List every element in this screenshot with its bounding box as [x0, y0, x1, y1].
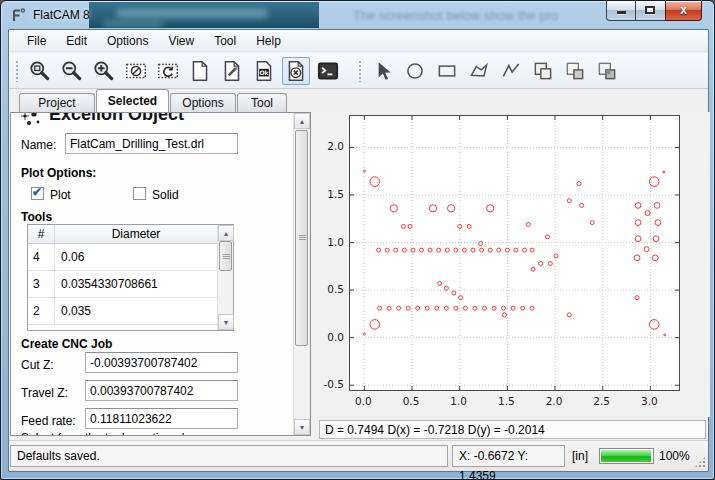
- table-row[interactable]: 2 0.035: [28, 298, 217, 325]
- plot-panel: 2.01.51.00.50.0-0.5 0.00.51.01.52.02.53.…: [314, 112, 710, 417]
- distance-readout: D = 0.7494 D(x) = -0.7218 D(y) = -0.2014: [319, 420, 706, 439]
- scroll-up-arrow[interactable]: ▲: [218, 225, 234, 241]
- drill-marker: [567, 313, 571, 317]
- x-tick-label: 1.5: [491, 395, 521, 407]
- drill-marker: [363, 333, 365, 335]
- shell-button[interactable]: [314, 57, 342, 85]
- progress-fill: [601, 450, 651, 462]
- solid-checkbox-label: Solid: [152, 188, 179, 202]
- menu-view[interactable]: View: [158, 31, 204, 51]
- zoom-out-button[interactable]: [58, 57, 86, 85]
- column-header-diameter[interactable]: Diameter: [55, 225, 217, 243]
- menu-file[interactable]: File: [17, 31, 56, 51]
- drill-marker: [567, 199, 571, 203]
- scroll-down-arrow[interactable]: ▼: [218, 314, 234, 330]
- run-script-ok-button[interactable]: Ok: [250, 57, 278, 85]
- delete-object-button[interactable]: [282, 57, 310, 85]
- select-tool-button[interactable]: [369, 57, 397, 85]
- x-tick-label: 2.0: [539, 395, 569, 407]
- y-tick-label: -0.5: [314, 378, 344, 390]
- tab-project[interactable]: Project: [19, 93, 95, 112]
- drill-marker: [448, 205, 455, 212]
- feedrate-input[interactable]: [85, 408, 238, 429]
- window-title: FlatCAM 8: [33, 8, 90, 22]
- union-button[interactable]: [529, 57, 557, 85]
- client-area: File Edit Options View Tool Help: [8, 29, 709, 472]
- draw-path-button[interactable]: [497, 57, 525, 85]
- drill-marker: [420, 248, 424, 252]
- menu-tool[interactable]: Tool: [204, 31, 246, 51]
- travelz-label: Travel Z:: [21, 386, 68, 400]
- tab-options[interactable]: Options: [170, 93, 236, 112]
- draw-rectangle-button[interactable]: [433, 57, 461, 85]
- titlebar[interactable]: The screenshot below show the pro FlatCA…: [1, 1, 714, 29]
- tools-label: Tools: [21, 210, 52, 224]
- scroll-up-arrow[interactable]: ▲: [294, 113, 310, 129]
- polygon-icon: [467, 59, 491, 83]
- tab-tool[interactable]: Tool: [237, 93, 287, 112]
- x-tick-label: 3.0: [634, 395, 664, 407]
- y-tick-label: 0.0: [314, 331, 344, 343]
- draw-polygon-button[interactable]: [465, 57, 493, 85]
- drill-marker: [471, 248, 475, 252]
- drill-marker: [377, 248, 381, 252]
- plot-canvas: [350, 116, 679, 390]
- edit-script-icon: [220, 59, 244, 83]
- new-file-button[interactable]: [186, 57, 214, 85]
- select-cursor-icon: [371, 59, 395, 83]
- toolbar-handle[interactable]: [15, 60, 20, 82]
- drill-marker: [438, 281, 442, 285]
- minimize-button[interactable]: [606, 1, 636, 21]
- drill-marker: [577, 182, 581, 186]
- draw-circle-button[interactable]: [401, 57, 429, 85]
- drill-marker: [454, 306, 458, 310]
- close-button[interactable]: x: [665, 1, 702, 21]
- drill-marker: [370, 177, 380, 187]
- table-row[interactable]: 4 0.06: [28, 244, 217, 271]
- progress-percent: 100%: [659, 445, 690, 467]
- tab-selected[interactable]: Selected: [96, 89, 169, 112]
- zoom-fit-button[interactable]: [26, 57, 54, 85]
- scroll-down-arrow[interactable]: ▼: [294, 419, 310, 435]
- menu-edit[interactable]: Edit: [56, 31, 97, 51]
- plot-area[interactable]: [349, 115, 680, 391]
- union-icon: [531, 59, 555, 83]
- panel-scrollbar-thumb[interactable]: [295, 130, 308, 346]
- zoom-in-button[interactable]: [90, 57, 118, 85]
- drill-marker: [429, 205, 436, 212]
- table-scrollbar-thumb[interactable]: [219, 241, 232, 271]
- table-scrollbar[interactable]: ▲ ▼: [217, 225, 233, 330]
- x-tick-label: 0.0: [348, 395, 378, 407]
- resize-grip[interactable]: [694, 456, 706, 468]
- drill-marker: [652, 255, 658, 261]
- panel-scrollbar[interactable]: ▲ ▼: [293, 113, 310, 435]
- table-row[interactable]: 3 0.0354330708661: [28, 271, 217, 298]
- menu-options[interactable]: Options: [97, 31, 158, 51]
- drill-marker: [649, 177, 659, 187]
- drill-marker: [416, 306, 420, 310]
- cutz-input[interactable]: [85, 352, 238, 373]
- column-header-number[interactable]: #: [28, 225, 55, 243]
- flatcam-window: The screenshot below show the pro FlatCA…: [0, 0, 715, 480]
- menu-help[interactable]: Help: [246, 31, 291, 51]
- name-input[interactable]: [65, 133, 238, 154]
- tools-note: Select from the tools section above: [21, 431, 208, 436]
- drill-marker: [437, 248, 441, 252]
- maximize-button[interactable]: [636, 1, 665, 21]
- drill-marker: [459, 296, 463, 300]
- subtract-button[interactable]: [561, 57, 589, 85]
- toolbar-handle[interactable]: [358, 60, 363, 82]
- clear-plot-button[interactable]: [122, 57, 150, 85]
- y-tick-label: 1.5: [314, 188, 344, 200]
- intersect-button[interactable]: [593, 57, 621, 85]
- travelz-input[interactable]: [85, 380, 238, 401]
- plot-checkbox[interactable]: [31, 187, 44, 200]
- drill-marker: [428, 248, 432, 252]
- solid-checkbox[interactable]: [133, 187, 146, 200]
- drill-marker: [545, 235, 549, 239]
- drill-marker: [548, 262, 552, 266]
- drill-marker: [580, 203, 584, 207]
- edit-script-button[interactable]: [218, 57, 246, 85]
- replot-button[interactable]: [154, 57, 182, 85]
- titlebar-background-blob: [89, 2, 319, 28]
